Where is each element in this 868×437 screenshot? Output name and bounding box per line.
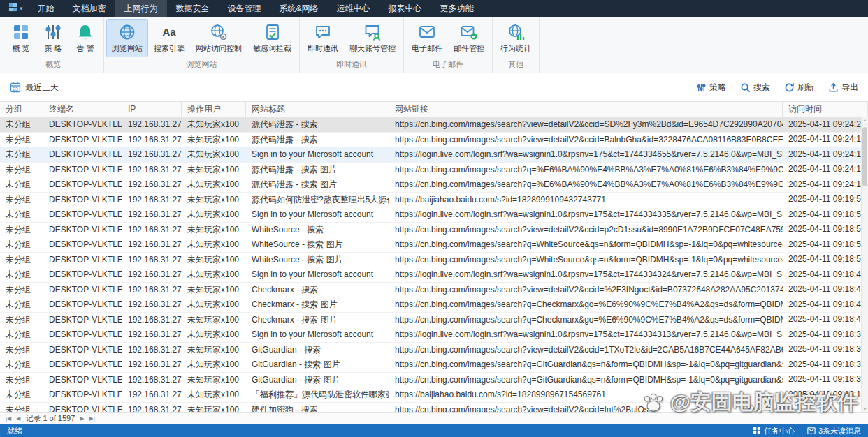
ribbon-button-browse-globe[interactable]: 浏览网站 (106, 19, 148, 57)
table-row-18[interactable]: 未分组DESKTOP-VLKTLE1192.168.31.27未知玩家x100「… (0, 387, 868, 403)
table-row-2[interactable]: 未分组DESKTOP-VLKTLE1192.168.31.27未知玩家x100S… (0, 147, 868, 163)
toolbar-search-button[interactable]: 搜索 (740, 82, 770, 94)
menu-tab-2[interactable]: 上网行为 (115, 0, 167, 17)
visit-time: 2025-04-11 09:24:22 (788, 117, 866, 132)
status-bar: 就绪 任务中心 3条未读消息 (0, 424, 868, 437)
filter-toolbar: 23 最近三天 策略搜索刷新导出 (0, 73, 868, 101)
cell-terminal: DESKTOP-VLKTLE1 (43, 237, 122, 252)
cell-terminal: DESKTOP-VLKTLE1 (43, 343, 122, 357)
visit-time: 2025-04-11 09:18:44 (788, 297, 866, 312)
ribbon-button-keyword-block[interactable]: 敏感词拦截 (247, 19, 297, 57)
cell-url: https://cn.bing.com/images/search?q=Whit… (389, 237, 783, 252)
cell-url: https://cn.bing.com/images/search?q=%E6%… (389, 177, 783, 192)
task-center-button[interactable]: 任务中心 (753, 426, 795, 436)
ribbon-button-search-engine[interactable]: Aa搜索引擎 (148, 19, 190, 57)
table-row-11[interactable]: 未分组DESKTOP-VLKTLE1192.168.31.27未知玩家x100C… (0, 283, 868, 298)
scroll-up-icon[interactable]: ▲ (862, 118, 868, 122)
table-row-0[interactable]: 未分组DESKTOP-VLKTLE1192.168.31.27未知玩家x100源… (0, 117, 868, 133)
menu-tab-1[interactable]: 文档加密 (64, 0, 115, 17)
table-row-1[interactable]: 未分组DESKTOP-VLKTLE1192.168.31.27未知玩家x100源… (0, 133, 868, 148)
column-header-2[interactable]: IP (122, 102, 182, 117)
cell-time: 2025-04-11 09:24:22••• (783, 117, 868, 132)
cell-url: https://cn.bing.com/images/search?view=d… (389, 223, 783, 237)
email-control-icon (460, 23, 478, 41)
table-row-10[interactable]: 未分组DESKTOP-VLKTLE1192.168.31.27未知玩家x100S… (0, 267, 868, 283)
ribbon-button-site-access-control[interactable]: 网站访问控制 (190, 19, 247, 57)
table-row-7[interactable]: 未分组DESKTOP-VLKTLE1192.168.31.27未知玩家x100W… (0, 223, 868, 238)
menu-tab-7[interactable]: 报表中心 (379, 0, 431, 17)
toolbar-export-icon (828, 82, 839, 93)
column-header-0[interactable]: 分组 (0, 102, 43, 117)
table-row-16[interactable]: 未分组DESKTOP-VLKTLE1192.168.31.27未知玩家x100G… (0, 357, 868, 373)
table-row-5[interactable]: 未分组DESKTOP-VLKTLE1192.168.31.27未知玩家x100源… (0, 193, 868, 208)
table-row-9[interactable]: 未分组DESKTOP-VLKTLE1192.168.31.27未知玩家x100W… (0, 253, 868, 268)
ribbon-button-alert-bell[interactable]: 告 警 (69, 19, 101, 57)
ribbon-button-im-chat[interactable]: 即时通讯 (302, 19, 344, 57)
ribbon-button-label: 敏感词拦截 (253, 43, 291, 54)
column-header-3[interactable]: 操作用户 (182, 102, 246, 117)
cell-ip: 192.168.31.27 (122, 237, 182, 252)
toolbar-export-button[interactable]: 导出 (828, 82, 858, 94)
table-row-14[interactable]: 未分组DESKTOP-VLKTLE1192.168.31.27未知玩家x100S… (0, 327, 868, 343)
menu-tab-5[interactable]: 系统&网络 (270, 0, 328, 17)
app-menu-button[interactable]: ▾ (3, 0, 29, 17)
column-header-5[interactable]: 网站链接 (389, 102, 783, 117)
scroll-down-icon[interactable]: ▼ (862, 407, 868, 411)
table-header-row: 分组终端名IP操作用户网站标题网站链接访问时间 (0, 102, 868, 117)
first-record-button[interactable]: |◀ (6, 415, 11, 422)
cell-url: https://cn.bing.com/images/search?view=d… (389, 133, 783, 147)
column-header-4[interactable]: 网站标题 (246, 102, 389, 117)
toolbar-refresh-button[interactable]: 刷新 (784, 82, 814, 94)
unread-messages-button[interactable]: 3条未读消息 (807, 426, 861, 436)
cell-terminal: DESKTOP-VLKTLE1 (43, 387, 122, 402)
cell-time: 2025-04-11 09:18:34 (783, 343, 868, 357)
cell-terminal: DESKTOP-VLKTLE1 (43, 297, 122, 312)
ribbon-button-label: 电子邮件 (412, 43, 442, 54)
toolbar-policy-button[interactable]: 策略 (696, 82, 726, 94)
table-row-4[interactable]: 未分组DESKTOP-VLKTLE1192.168.31.27未知玩家x100源… (0, 177, 868, 193)
cell-time: 2025-04-11 09:24:14 (783, 163, 868, 177)
next-record-button[interactable]: ▶ (80, 415, 84, 422)
cell-url: https://login.live.com/login.srf?wa=wsig… (389, 147, 783, 162)
table-row-3[interactable]: 未分组DESKTOP-VLKTLE1192.168.31.27未知玩家x100源… (0, 163, 868, 178)
cell-url: https://login.live.com/login.srf?wa=wsig… (389, 327, 783, 342)
menu-tab-8[interactable]: 更多功能 (431, 0, 483, 17)
status-bar-right: 任务中心 3条未读消息 (753, 426, 861, 436)
vertical-scrollbar[interactable]: ▲ ▼ (861, 117, 868, 412)
ribbon-button-policy-sliders[interactable]: 策 略 (37, 19, 69, 57)
cell-title: 源代码泄露 - 搜索 图片 (246, 163, 389, 177)
table-row-8[interactable]: 未分组DESKTOP-VLKTLE1192.168.31.27未知玩家x100W… (0, 237, 868, 253)
table-row-12[interactable]: 未分组DESKTOP-VLKTLE1192.168.31.27未知玩家x100C… (0, 297, 868, 313)
menu-tab-4[interactable]: 设备管理 (219, 0, 270, 17)
im-chat-icon (314, 23, 332, 41)
visit-time: 2025-04-11 09:18:35 (788, 327, 866, 342)
table-row-6[interactable]: 未分组DESKTOP-VLKTLE1192.168.31.27未知玩家x100S… (0, 207, 868, 223)
table-row-15[interactable]: 未分组DESKTOP-VLKTLE1192.168.31.27未知玩家x100G… (0, 343, 868, 358)
cell-title: GitGuardian - 搜索 图片 (246, 357, 389, 372)
cell-user: 未知玩家x100 (182, 373, 246, 387)
cell-group: 未分组 (0, 177, 43, 192)
ribbon-button-email[interactable]: 电子邮件 (406, 19, 448, 57)
ribbon-button-email-control[interactable]: 邮件管控 (448, 19, 490, 57)
menu-tab-0[interactable]: 开始 (29, 0, 64, 17)
menu-tab-6[interactable]: 运维中心 (328, 0, 379, 17)
cell-time (783, 403, 868, 413)
table-row-17[interactable]: 未分组DESKTOP-VLKTLE1192.168.31.27未知玩家x100G… (0, 373, 868, 388)
scrollbar-thumb[interactable] (862, 127, 867, 186)
ribbon-button-behavior-stats[interactable]: 行为统计 (495, 19, 537, 57)
prev-record-button[interactable]: ◀ (16, 415, 20, 422)
column-header-1[interactable]: 终端名 (43, 102, 122, 117)
toolbar-action-label: 导出 (841, 82, 858, 94)
ribbon-button-im-account[interactable]: 聊天账号管控 (344, 19, 401, 57)
table-row-19[interactable]: 未分组DESKTOP-VLKTLE1192.168.31.27未知玩家x100硬… (0, 403, 868, 413)
task-center-label: 任务中心 (764, 426, 795, 436)
ribbon-button-overview-grid[interactable]: 概 览 (5, 19, 37, 57)
date-filter-button[interactable]: 23 最近三天 (10, 82, 59, 94)
last-record-button[interactable]: ▶| (89, 415, 94, 422)
table-row-13[interactable]: 未分组DESKTOP-VLKTLE1192.168.31.27未知玩家x100C… (0, 313, 868, 328)
visit-time: 2025-04-11 09:19:54 (788, 193, 866, 207)
menu-tab-3[interactable]: 数据安全 (167, 0, 219, 17)
cell-time: 2025-04-11 09:24:14 (783, 177, 868, 192)
cell-ip: 192.168.31.27 (122, 373, 182, 387)
column-header-6[interactable]: 访问时间 (783, 102, 868, 117)
